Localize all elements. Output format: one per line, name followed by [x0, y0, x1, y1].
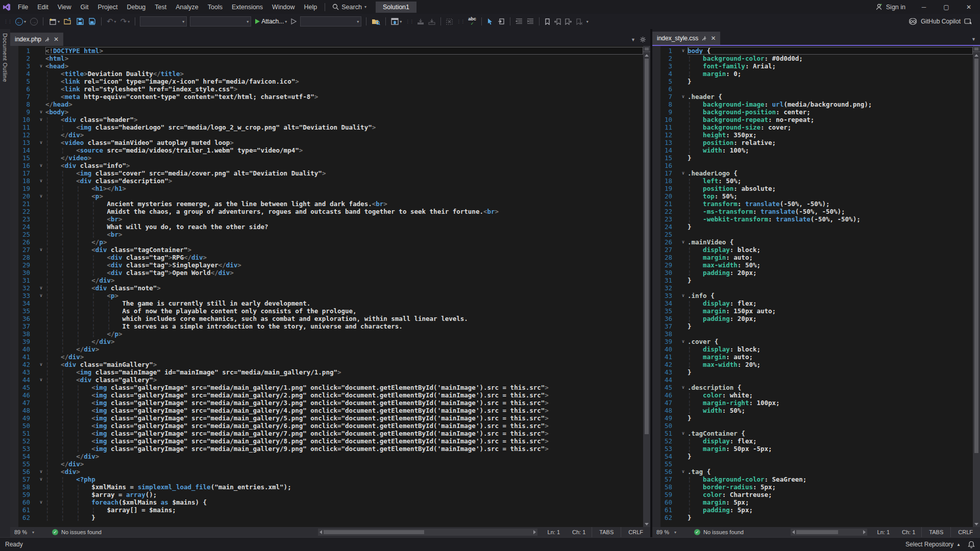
- import-settings-button[interactable]: [415, 17, 426, 26]
- code-line[interactable]: 36¦ ¦ ¦ ¦ ¦ which includes core mechanic…: [10, 315, 643, 322]
- new-project-button[interactable]: ▾: [47, 17, 61, 27]
- code-line[interactable]: 57¦ background-color: SeaGreen;: [652, 475, 973, 483]
- code-line[interactable]: 58¦ ¦ ¦ $xmlMains = simplexml_load_file(…: [10, 483, 643, 491]
- code-line[interactable]: 28¦ ¦ ¦ ¦ <div class="tag">RPG</div>: [10, 254, 643, 261]
- code-line[interactable]: 40¦ display: block;: [652, 345, 973, 353]
- code-line[interactable]: 45∨.description {: [652, 384, 973, 391]
- fold-chevron-icon[interactable]: ∨: [679, 47, 688, 55]
- code-line[interactable]: 50¦ ¦ ¦ <img class="galleryImage" src="m…: [10, 422, 643, 430]
- menu-tools[interactable]: Tools: [203, 2, 227, 13]
- select-repository-button[interactable]: Select Repository ▲: [905, 541, 961, 548]
- fold-chevron-icon[interactable]: ∨: [37, 361, 45, 368]
- code-line[interactable]: 24¦ ¦ ¦ ¦ What will you do, to reach the…: [10, 223, 643, 231]
- code-line[interactable]: 44: [652, 376, 973, 384]
- code-line[interactable]: 58¦ border-radius: 5px;: [652, 483, 973, 491]
- code-line[interactable]: 30¦ ¦ ¦ ¦ <div class="tag">Open World</d…: [10, 269, 643, 277]
- code-line[interactable]: 60¦ margin: 5px;: [652, 498, 973, 506]
- fold-chevron-icon[interactable]: ∨: [37, 284, 45, 292]
- fold-chevron-icon[interactable]: ∨: [37, 162, 45, 169]
- document-dropdown-icon[interactable]: ▼: [971, 37, 976, 42]
- find-in-files-button[interactable]: [370, 17, 382, 26]
- code-line[interactable]: 37}: [652, 322, 973, 330]
- tab-index-style-css[interactable]: index_style.css ✕: [652, 32, 720, 45]
- fold-chevron-icon[interactable]: ∨: [679, 238, 688, 246]
- code-line[interactable]: 1∨body {: [652, 47, 973, 55]
- code-line[interactable]: 9∨<body>: [10, 108, 643, 116]
- scroll-right-icon[interactable]: [533, 530, 536, 534]
- code-line[interactable]: 17¦ ¦ <img class="cover" src="media/cove…: [10, 169, 643, 177]
- code-line[interactable]: 18∨¦ ¦ <div class="description">: [10, 177, 643, 185]
- column-indicator[interactable]: Ch: 1: [566, 529, 592, 535]
- scroll-left-icon[interactable]: [792, 530, 795, 534]
- code-line[interactable]: 4¦ <title>Deviation Duality</title>: [10, 70, 643, 78]
- code-line[interactable]: 23¦ -webkit-transform: translate(-50%, -…: [652, 215, 973, 223]
- open-file-button[interactable]: [62, 17, 74, 26]
- toolbar-overflow-button[interactable]: ▾: [586, 19, 589, 24]
- code-line[interactable]: 42¦ max-width: 20%;: [652, 361, 973, 368]
- code-line[interactable]: 61¦ padding: 5px;: [652, 506, 973, 514]
- code-line[interactable]: 39¦ ¦ ¦ </div>: [10, 338, 643, 345]
- fold-chevron-icon[interactable]: ∨: [679, 338, 688, 345]
- code-line[interactable]: 53¦ ¦ ¦ <img class="galleryImage" src="m…: [10, 445, 643, 453]
- code-line[interactable]: 35¦ margin: 150px auto;: [652, 307, 973, 315]
- zoom-control[interactable]: 89 %▾: [652, 529, 689, 535]
- code-line[interactable]: 27∨¦ ¦ ¦ <div class="tagContainer">: [10, 246, 643, 254]
- indent-increase-button[interactable]: [525, 17, 535, 26]
- close-button[interactable]: ✕: [958, 0, 980, 14]
- split-handle-icon[interactable]: [643, 46, 650, 52]
- code-line[interactable]: 49¦ ¦ ¦ <img class="galleryImage" src="m…: [10, 414, 643, 422]
- code-line[interactable]: 53¦ margin: 50px -5px;: [652, 445, 973, 453]
- code-line[interactable]: 34¦ display: flex;: [652, 299, 973, 307]
- code-line[interactable]: 55¦ </div>: [10, 460, 643, 468]
- toggle-bookmark-button[interactable]: [543, 17, 552, 26]
- code-line[interactable]: 32∨¦ ¦ ¦ <div class="note">: [10, 284, 643, 292]
- hscroll-thumb[interactable]: [796, 530, 839, 534]
- menu-help[interactable]: Help: [300, 2, 322, 13]
- code-line[interactable]: 46¦ ¦ ¦ <img class="galleryImage" src="m…: [10, 391, 643, 399]
- code-line[interactable]: 20∨¦ ¦ ¦ <p>: [10, 192, 643, 200]
- platform-dropdown[interactable]: ▾: [190, 16, 251, 27]
- code-line[interactable]: 2<html>: [10, 55, 643, 62]
- copilot-button[interactable]: GitHub Copilot: [909, 18, 978, 25]
- issues-indicator[interactable]: ✓No issues found: [689, 529, 744, 535]
- line-indicator[interactable]: Ln: 1: [871, 529, 896, 535]
- save-button[interactable]: [75, 17, 85, 26]
- code-line[interactable]: 3¦ font-family: Arial;: [652, 62, 973, 70]
- menu-window[interactable]: Window: [267, 2, 299, 13]
- code-line[interactable]: 2¦ background-color: #0d0d0d;: [652, 55, 973, 62]
- code-line[interactable]: 57∨¦ ¦ <?php: [10, 475, 643, 483]
- scroll-left-icon[interactable]: [320, 530, 322, 534]
- fold-chevron-icon[interactable]: ∨: [37, 139, 45, 146]
- code-line[interactable]: 29¦ max-width: 50%;: [652, 261, 973, 269]
- code-line[interactable]: 37¦ ¦ ¦ ¦ ¦ It serves as a simple introd…: [10, 322, 643, 330]
- code-line[interactable]: 26∨.mainVideo {: [652, 238, 973, 246]
- toolbar-grip[interactable]: ⋮⋮: [4, 19, 12, 24]
- code-line[interactable]: 7∨.header {: [652, 93, 973, 101]
- code-line[interactable]: 8¦ background-image: url(media/backgroun…: [652, 101, 973, 108]
- copy-reference-button[interactable]: [496, 17, 506, 26]
- pin-icon[interactable]: [45, 37, 50, 42]
- fold-chevron-icon[interactable]: ∨: [37, 292, 45, 299]
- code-line[interactable]: 19¦ position: absolute;: [652, 185, 973, 192]
- code-line[interactable]: 49}: [652, 414, 973, 422]
- code-line[interactable]: 54¦ ¦ </div>: [10, 453, 643, 460]
- hscroll-thumb[interactable]: [324, 530, 425, 534]
- code-line[interactable]: 6: [652, 85, 973, 93]
- code-line[interactable]: 45¦ ¦ ¦ <img class="galleryImage" src="m…: [10, 384, 643, 391]
- code-editor-index-style-css[interactable]: 1∨body {2¦ background-color: #0d0d0d;3¦ …: [652, 46, 973, 527]
- code-line[interactable]: 11¦ background-size: cover;: [652, 123, 973, 131]
- fold-chevron-icon[interactable]: ∨: [37, 468, 45, 475]
- code-line[interactable]: 46¦ color: white;: [652, 391, 973, 399]
- scroll-thumb[interactable]: [645, 59, 649, 434]
- spell-check-button[interactable]: abc ✓: [467, 16, 478, 27]
- fold-chevron-icon[interactable]: ∨: [679, 93, 688, 101]
- code-line[interactable]: 9¦ background-position: center;: [652, 108, 973, 116]
- code-line[interactable]: 15¦ </video>: [10, 154, 643, 162]
- code-line[interactable]: 28¦ margin: auto;: [652, 254, 973, 261]
- code-line[interactable]: 48¦ width: 50%;: [652, 407, 973, 414]
- redo-button[interactable]: ↷▾: [119, 16, 132, 27]
- indentation-indicator[interactable]: TABS: [592, 527, 621, 537]
- scroll-right-icon[interactable]: [863, 530, 866, 534]
- code-line[interactable]: 18¦ left: 50%;: [652, 177, 973, 185]
- code-line[interactable]: 33∨¦ ¦ ¦ ¦ <p>: [10, 292, 643, 299]
